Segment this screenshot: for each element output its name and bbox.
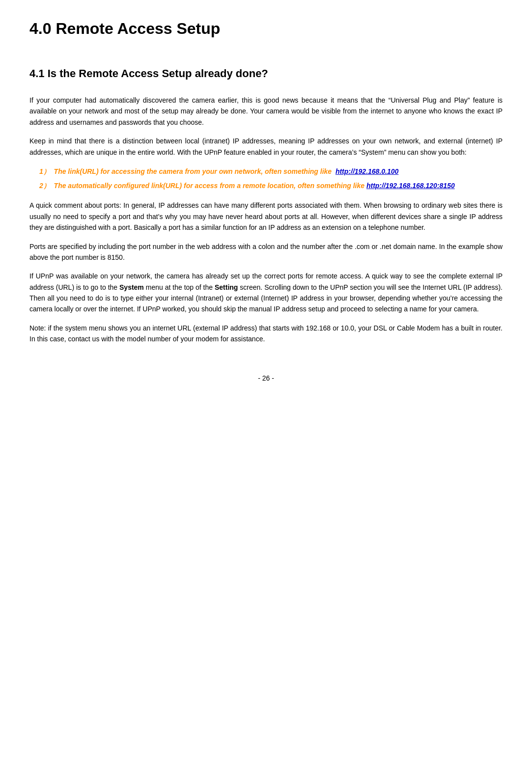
list-item-1-url[interactable]: http://192.168.0.100	[336, 167, 398, 175]
list-item-1-number: 1）	[39, 167, 54, 175]
paragraph-6: Note: if the system menu shows you an in…	[29, 323, 503, 345]
list-item-1: 1） The link(URL) for accessing the camer…	[39, 165, 503, 178]
paragraph-2: Keep in mind that there is a distinction…	[29, 136, 503, 158]
paragraph-4: Ports are specified by including the por…	[29, 241, 503, 263]
paragraph-5-part2: menu at the top of the	[144, 283, 215, 291]
paragraph-5-setting: Setting	[215, 283, 238, 291]
list-item-1-text: The link(URL) for accessing the camera f…	[54, 167, 336, 175]
paragraph-5-system: System	[119, 283, 144, 291]
paragraph-1: If your computer had automatically disco…	[29, 95, 503, 128]
page-title: 4.0 Remote Access Setup	[29, 20, 503, 38]
list-item-2-text: The automatically configured link(URL) f…	[54, 182, 366, 190]
paragraph-3: A quick comment about ports: In general,…	[29, 200, 503, 233]
list-item-2: 2） The automatically configured link(URL…	[39, 180, 503, 192]
list-item-2-number: 2）	[39, 182, 54, 190]
list-item-2-url[interactable]: http://192.168.168.120:8150	[366, 182, 455, 190]
list-container: 1） The link(URL) for accessing the camer…	[29, 165, 503, 192]
section-title: 4.1 Is the Remote Access Setup already d…	[29, 67, 503, 80]
page-footer: - 26 -	[29, 374, 503, 382]
paragraph-5: If UPnP was available on your network, t…	[29, 271, 503, 315]
